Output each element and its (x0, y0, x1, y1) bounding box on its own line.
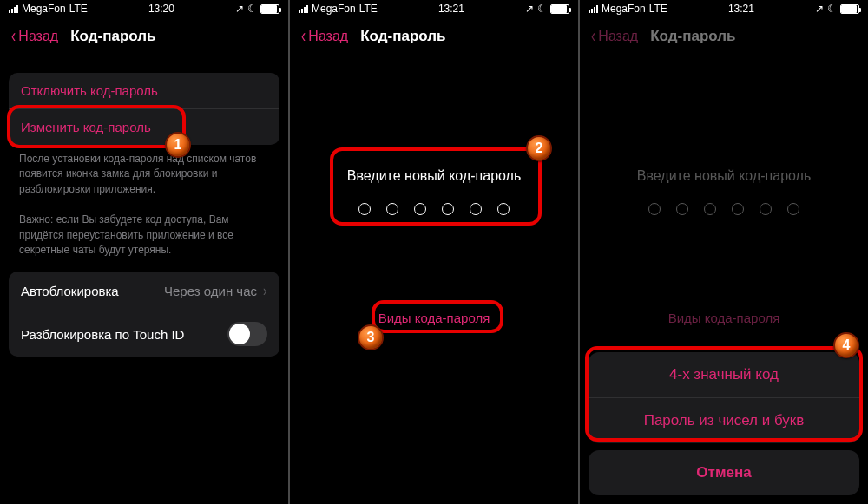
network-label: LTE (359, 3, 378, 15)
screen-passcode-types: MegaFon LTE 13:21 ↗ ☾ ‹ Назад Код-пароль… (580, 0, 868, 504)
nav-bar: ‹ Назад Код-пароль (290, 17, 578, 56)
disable-passcode-cell[interactable]: Отключить код-пароль (9, 73, 279, 108)
passcode-dot (704, 203, 716, 215)
carrier-label: MegaFon (602, 3, 646, 15)
status-bar: MegaFon LTE 13:21 ↗ ☾ (290, 0, 578, 17)
option-4digit[interactable]: 4-х значный код (589, 352, 859, 397)
moon-icon: ☾ (827, 3, 837, 15)
option-alphanumeric[interactable]: Пароль из чисел и букв (589, 397, 859, 443)
passcode-types-link[interactable]: Виды кода-пароля (290, 311, 578, 325)
back-button[interactable]: ‹ Назад (10, 27, 58, 46)
moon-icon: ☾ (247, 3, 257, 15)
passcode-dot (760, 203, 772, 215)
passcode-dot (414, 203, 426, 215)
passcode-dot (386, 203, 398, 215)
autolock-cell[interactable]: Автоблокировка Через один час › (9, 272, 279, 311)
dnd-icon: ↗ (815, 3, 824, 15)
passcode-dot (732, 203, 744, 215)
touchid-label: Разблокировка по Touch ID (21, 327, 184, 342)
chevron-left-icon: ‹ (301, 27, 306, 46)
page-title: Код-пароль (360, 28, 445, 45)
enter-passcode-prompt: Введите новый код-пароль (290, 168, 578, 184)
change-passcode-cell[interactable]: Изменить код-пароль (9, 108, 279, 145)
network-label: LTE (649, 3, 667, 15)
chevron-left-icon: ‹ (11, 27, 16, 46)
step-badge-4: 4 (833, 332, 859, 358)
clock: 13:21 (438, 3, 464, 15)
step-badge-1: 1 (165, 132, 191, 158)
battery-icon (840, 4, 859, 14)
action-sheet-options: 4-х значный код Пароль из чисел и букв (589, 352, 859, 443)
passcode-dot (358, 203, 371, 215)
page-title: Код-пароль (70, 28, 155, 45)
step-badge-3: 3 (358, 324, 384, 350)
passcode-dot (497, 203, 510, 215)
dnd-icon: ↗ (525, 3, 534, 15)
autolock-value: Через один час (164, 284, 257, 298)
passcode-actions-group: Отключить код-пароль Изменить код-пароль (9, 73, 279, 145)
touchid-cell[interactable]: Разблокировка по Touch ID (9, 311, 279, 357)
footer-note-2: Важно: если Вы забудете код доступа, Вам… (0, 206, 288, 258)
back-label: Назад (598, 29, 638, 44)
status-bar: MegaFon LTE 13:20 ↗ ☾ (0, 0, 288, 17)
signal-icon (299, 5, 308, 13)
back-label: Назад (18, 29, 58, 44)
moon-icon: ☾ (537, 3, 547, 15)
touchid-toggle[interactable] (227, 322, 267, 346)
clock: 13:21 (728, 3, 754, 15)
action-sheet-cancel[interactable]: Отмена (589, 450, 859, 495)
screen-passcode-settings: MegaFon LTE 13:20 ↗ ☾ ‹ Назад Код-пароль… (0, 0, 288, 504)
enter-passcode-prompt: Введите новый код-пароль (580, 168, 868, 184)
disable-passcode-label: Отключить код-пароль (21, 83, 158, 98)
dnd-icon: ↗ (235, 3, 244, 15)
nav-bar: ‹ Назад Код-пароль (580, 17, 868, 56)
back-button[interactable]: ‹ Назад (300, 27, 348, 46)
nav-bar: ‹ Назад Код-пароль (0, 17, 288, 56)
network-label: LTE (69, 3, 88, 15)
passcode-dot (470, 203, 482, 215)
autolock-group: Автоблокировка Через один час › Разблоки… (9, 272, 279, 357)
passcode-dot (648, 203, 661, 215)
passcode-dots[interactable] (290, 203, 578, 215)
clock: 13:20 (148, 3, 174, 15)
status-bar: MegaFon LTE 13:21 ↗ ☾ (580, 0, 868, 17)
action-sheet: 4-х значный код Пароль из чисел и букв О… (589, 352, 859, 495)
back-label: Назад (308, 29, 348, 44)
battery-icon (260, 4, 279, 14)
screen-enter-passcode: MegaFon LTE 13:21 ↗ ☾ ‹ Назад Код-пароль… (290, 0, 578, 504)
chevron-left-icon: ‹ (591, 27, 595, 46)
signal-icon (9, 5, 18, 13)
carrier-label: MegaFon (312, 3, 356, 15)
change-passcode-label: Изменить код-пароль (21, 120, 151, 134)
passcode-dot (787, 203, 799, 215)
passcode-dots (580, 203, 868, 215)
autolock-label: Автоблокировка (21, 284, 119, 298)
step-badge-2: 2 (526, 135, 552, 161)
page-title: Код-пароль (650, 28, 735, 45)
chevron-right-icon: › (263, 282, 266, 300)
back-button[interactable]: ‹ Назад (590, 27, 638, 46)
footer-note-1: После установки кода-пароля над списком … (0, 145, 288, 197)
passcode-dot (442, 203, 454, 215)
signal-icon (589, 5, 598, 13)
carrier-label: MegaFon (22, 3, 66, 15)
passcode-types-link: Виды кода-пароля (580, 311, 868, 325)
passcode-dot (676, 203, 688, 215)
battery-icon (550, 4, 569, 14)
